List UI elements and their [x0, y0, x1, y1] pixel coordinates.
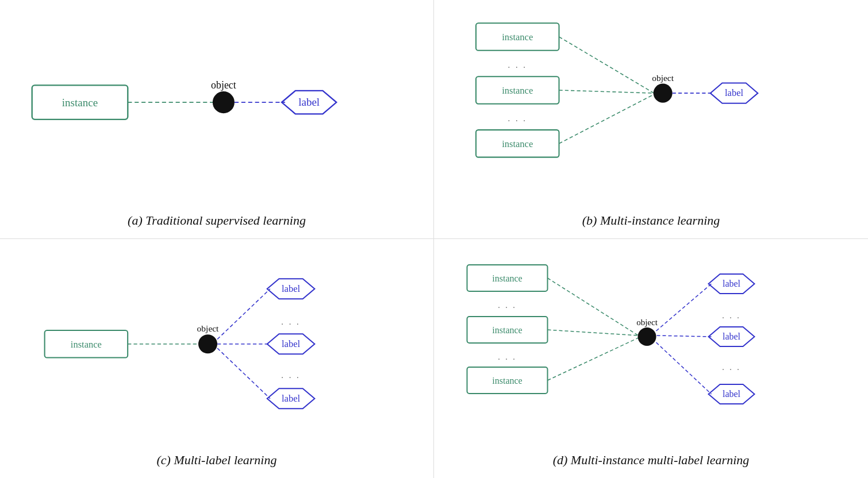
object-text-d: object — [636, 318, 658, 327]
blue-line-c3 — [217, 348, 270, 399]
instance-label-c: instance — [71, 339, 102, 350]
panel-b: instance . . . instance . . . instance o… — [434, 0, 868, 239]
blue-line-d3 — [656, 342, 712, 394]
object-text-a: object — [211, 79, 236, 91]
caption-c: (c) Multi-label learning — [0, 453, 433, 468]
caption-b: (b) Multi-instance learning — [434, 213, 868, 228]
dots-d2: . . . — [498, 353, 517, 361]
dots-d4: . . . — [722, 363, 741, 372]
dots-c2: . . . — [281, 371, 301, 380]
dots-b2: . . . — [508, 114, 527, 123]
dots-c: . . . — [281, 317, 301, 326]
diagram-d: instance . . . instance . . . instance o… — [445, 256, 857, 440]
instance-label-a: instance — [62, 97, 98, 109]
label-text-d3: label — [723, 389, 741, 399]
blue-line-c1 — [217, 289, 270, 340]
blue-line-d2 — [657, 336, 712, 337]
label-text-c2: label — [282, 338, 300, 349]
diagram-b: instance . . . instance . . . instance o… — [445, 17, 857, 201]
panel-a: instance object label (a) Traditional su… — [0, 0, 434, 239]
green-line-d1 — [548, 278, 639, 336]
caption-a: (a) Traditional supervised learning — [0, 213, 433, 228]
green-line-d2 — [548, 330, 639, 336]
instance-label-b2: instance — [502, 85, 533, 96]
object-dot-b — [654, 84, 673, 103]
instance-label-d2: instance — [492, 325, 522, 335]
object-text-b: object — [652, 73, 674, 83]
panel-d: instance . . . instance . . . instance o… — [434, 239, 868, 478]
object-dot-c — [198, 334, 217, 353]
label-text-a: label — [298, 96, 320, 108]
green-line-b1 — [559, 37, 654, 93]
dots-d1: . . . — [498, 301, 517, 310]
instance-label-b1: instance — [502, 32, 533, 43]
blue-line-d1 — [656, 284, 712, 331]
object-text-c: object — [197, 323, 219, 333]
green-line-b2 — [559, 90, 654, 93]
instance-label-d1: instance — [492, 273, 522, 283]
object-dot-d — [638, 327, 656, 346]
object-dot-a — [213, 91, 235, 113]
green-line-d3 — [548, 338, 639, 380]
label-text-c1: label — [282, 283, 300, 294]
panel-c: instance object label . . . label . . . … — [0, 239, 434, 478]
caption-d: (d) Multi-instance multi-label learning — [434, 453, 868, 468]
instance-label-b3: instance — [502, 138, 533, 149]
diagram-c: instance object label . . . label . . . … — [11, 256, 422, 440]
label-text-b: label — [725, 87, 743, 98]
label-text-d1: label — [723, 279, 741, 288]
green-line-b3 — [559, 94, 654, 144]
label-text-d2: label — [723, 331, 741, 341]
diagram-a: instance object label — [11, 17, 422, 201]
dots-d3: . . . — [722, 311, 741, 320]
main-container: instance object label (a) Traditional su… — [0, 0, 868, 478]
label-text-c3: label — [282, 393, 300, 404]
dots-b1: . . . — [508, 60, 527, 70]
instance-label-d3: instance — [492, 376, 522, 386]
